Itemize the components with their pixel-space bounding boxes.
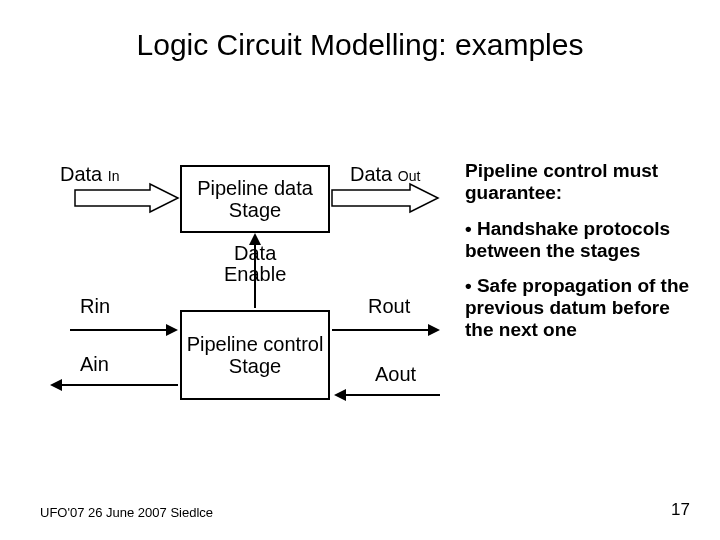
slide-title: Logic Circuit Modelling: examples <box>0 28 720 62</box>
pipeline-data-stage-box: Pipeline data Stage <box>180 165 330 233</box>
data-enable-label: Data Enable <box>224 243 286 285</box>
data-in-label: Data In <box>60 163 120 186</box>
rin-arrow <box>70 324 178 336</box>
svg-marker-11 <box>334 389 346 401</box>
page-number: 17 <box>671 500 690 520</box>
rout-arrow <box>332 324 440 336</box>
svg-marker-5 <box>166 324 178 336</box>
svg-marker-0 <box>75 184 178 212</box>
svg-marker-7 <box>50 379 62 391</box>
data-out-arrow <box>332 184 438 212</box>
svg-marker-9 <box>428 324 440 336</box>
pipeline-control-stage-l2: Stage <box>229 355 281 377</box>
pipeline-control-stage-box: Pipeline control Stage <box>180 310 330 400</box>
rin-label: Rin <box>80 295 110 318</box>
notes-lead: Pipeline control must guarantee: <box>465 160 700 204</box>
svg-marker-1 <box>332 184 438 212</box>
data-in-arrow <box>75 184 178 212</box>
footer-left: UFO'07 26 June 2007 Siedlce <box>40 505 213 520</box>
pipeline-data-stage-l2: Stage <box>229 199 281 221</box>
aout-label: Aout <box>375 363 416 386</box>
rout-label: Rout <box>368 295 410 318</box>
pipeline-control-stage-l1: Pipeline control <box>187 333 324 355</box>
notes-block: Pipeline control must guarantee: • Hands… <box>465 160 700 355</box>
pipeline-data-stage-l1: Pipeline data <box>197 177 313 199</box>
ain-arrow <box>50 379 178 391</box>
data-out-label: Data Out <box>350 163 420 186</box>
slide: Logic Circuit Modelling: examples Pipeli… <box>0 0 720 540</box>
notes-bullet-1: • Handshake protocols between the stages <box>465 218 700 262</box>
notes-bullet-2: • Safe propagation of the previous datum… <box>465 275 700 341</box>
ain-label: Ain <box>80 353 109 376</box>
aout-arrow <box>334 389 440 401</box>
